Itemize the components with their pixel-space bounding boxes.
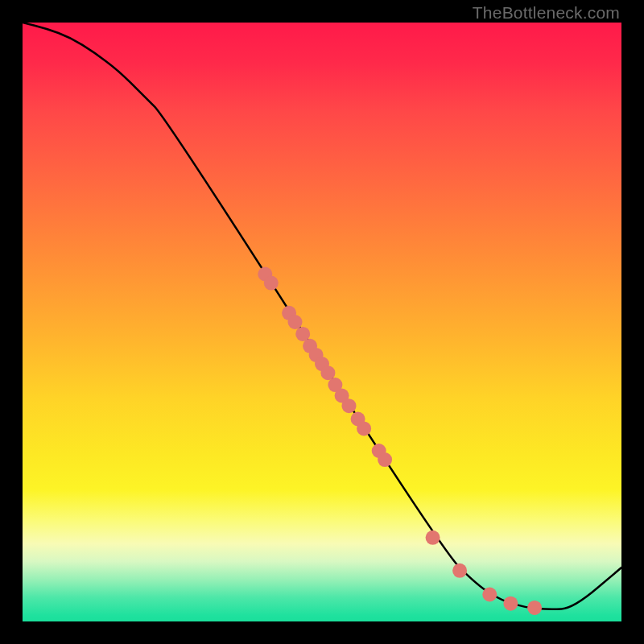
data-point	[482, 588, 497, 602]
data-point	[503, 597, 518, 611]
data-point	[452, 564, 467, 578]
data-point	[288, 315, 303, 329]
data-point	[357, 421, 371, 436]
data-point	[378, 452, 392, 467]
bottleneck-curve	[23, 23, 621, 609]
data-point	[527, 601, 542, 615]
chart-overlay	[23, 23, 621, 621]
chart-frame: TheBottleneck.com	[0, 0, 644, 644]
scatter-points	[258, 267, 542, 615]
data-point	[426, 530, 440, 545]
data-point	[264, 276, 279, 291]
watermark-text: TheBottleneck.com	[473, 3, 620, 23]
data-point	[320, 365, 335, 380]
data-point	[342, 398, 357, 413]
